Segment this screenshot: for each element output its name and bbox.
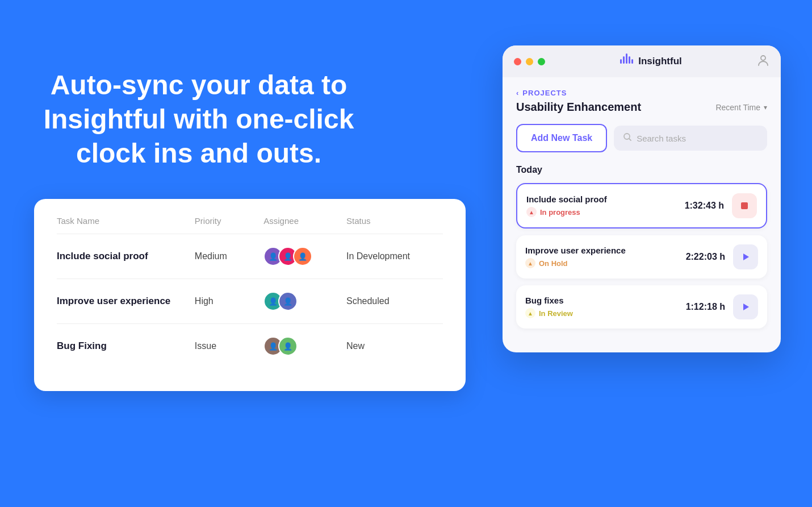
avatar: 👤: [293, 247, 312, 266]
recent-time-label: Recent Time: [715, 103, 760, 112]
task-time: 1:12:18 h: [686, 302, 725, 312]
status: Scheduled: [346, 296, 443, 306]
logo-icon: [620, 53, 634, 69]
window-controls: [514, 58, 545, 65]
table-card: Task Name Priority Assignee Status Inclu…: [34, 199, 466, 391]
priority: High: [195, 296, 263, 306]
project-header: Usability Enhancement Recent Time ▾: [516, 101, 767, 114]
status-label: On Hold: [539, 259, 568, 268]
priority: Medium: [195, 251, 263, 261]
project-title: Usability Enhancement: [516, 101, 641, 114]
today-label: Today: [516, 165, 767, 175]
svg-rect-3: [629, 56, 630, 64]
table-header: Task Name Priority Assignee Status: [57, 216, 443, 234]
search-placeholder: Search tasks: [637, 134, 686, 143]
assignees: 👤 👤: [263, 336, 346, 356]
task-item-name: Improve user experience: [525, 246, 686, 255]
breadcrumb: ‹ PROJECTS: [516, 89, 767, 97]
stop-button[interactable]: [732, 193, 757, 218]
task-status: ▲ In progress: [526, 207, 685, 217]
svg-rect-4: [631, 59, 633, 64]
task-item: Include social proof ▲ In progress 1:32:…: [516, 183, 767, 228]
task-item-name: Bug fixes: [525, 296, 686, 305]
maximize-dot[interactable]: [538, 58, 545, 65]
recent-time-dropdown[interactable]: Recent Time ▾: [715, 103, 767, 112]
svg-marker-8: [743, 254, 749, 260]
table-row: Bug Fixing Issue 👤 👤 New: [57, 323, 443, 368]
minimize-dot[interactable]: [526, 58, 533, 65]
task-time: 2:22:03 h: [686, 252, 725, 262]
svg-rect-0: [620, 59, 622, 64]
task-item-left: Include social proof ▲ In progress: [526, 194, 685, 217]
col-status: Status: [346, 216, 443, 226]
app-logo: Insightful: [620, 53, 681, 69]
table-row: Improve user experience High 👤 👤 Schedul…: [57, 279, 443, 323]
status-icon: ▲: [525, 308, 535, 318]
status-icon: ▲: [526, 207, 537, 217]
svg-rect-1: [623, 56, 625, 64]
task-item-name: Include social proof: [526, 194, 685, 204]
task-name: Bug Fixing: [57, 340, 195, 352]
col-assignee: Assignee: [263, 216, 346, 226]
close-dot[interactable]: [514, 58, 521, 65]
svg-marker-9: [743, 304, 749, 310]
svg-point-5: [761, 56, 765, 60]
task-item: Improve user experience ▲ On Hold 2:22:0…: [516, 235, 767, 279]
app-card: Insightful ‹ PROJECTS Usability Enhancem…: [503, 45, 781, 352]
add-task-button[interactable]: Add New Task: [516, 124, 607, 152]
app-content: ‹ PROJECTS Usability Enhancement Recent …: [503, 77, 781, 352]
svg-rect-2: [626, 53, 627, 64]
title-bar: Insightful: [503, 45, 781, 77]
status: In Development: [346, 251, 443, 261]
assignees: 👤 👤: [263, 292, 346, 311]
status-label: In progress: [540, 208, 580, 217]
search-icon: [623, 132, 632, 144]
assignees: 👤 👤 👤: [263, 247, 346, 266]
hero-text: Auto-sync your data to Insightful with o…: [34, 68, 363, 171]
avatar: 👤: [278, 292, 298, 311]
play-button[interactable]: [733, 294, 758, 319]
task-time: 1:32:43 h: [685, 201, 724, 211]
task-status: ▲ On Hold: [525, 258, 686, 268]
app-name: Insightful: [638, 56, 681, 67]
task-name: Include social proof: [57, 251, 195, 262]
search-box[interactable]: Search tasks: [614, 126, 767, 151]
chevron-left-icon: ‹: [516, 89, 519, 97]
avatar: 👤: [278, 336, 298, 356]
task-status: ▲ In Review: [525, 308, 686, 318]
status-icon: ▲: [525, 258, 535, 268]
col-priority: Priority: [195, 216, 263, 226]
action-row: Add New Task Search tasks: [516, 124, 767, 152]
svg-rect-7: [741, 202, 748, 209]
task-item: Bug fixes ▲ In Review 1:12:18 h: [516, 285, 767, 329]
table-row: Include social proof Medium 👤 👤 👤 In Dev…: [57, 234, 443, 279]
status-label: In Review: [539, 309, 573, 318]
status: New: [346, 341, 443, 351]
breadcrumb-label: PROJECTS: [522, 89, 567, 97]
task-item-left: Improve user experience ▲ On Hold: [525, 246, 686, 268]
task-item-left: Bug fixes ▲ In Review: [525, 296, 686, 318]
chevron-down-icon: ▾: [764, 103, 767, 111]
user-icon[interactable]: [757, 54, 769, 69]
col-task-name: Task Name: [57, 216, 195, 226]
task-name: Improve user experience: [57, 296, 195, 307]
priority: Issue: [195, 341, 263, 351]
play-button[interactable]: [733, 244, 758, 269]
